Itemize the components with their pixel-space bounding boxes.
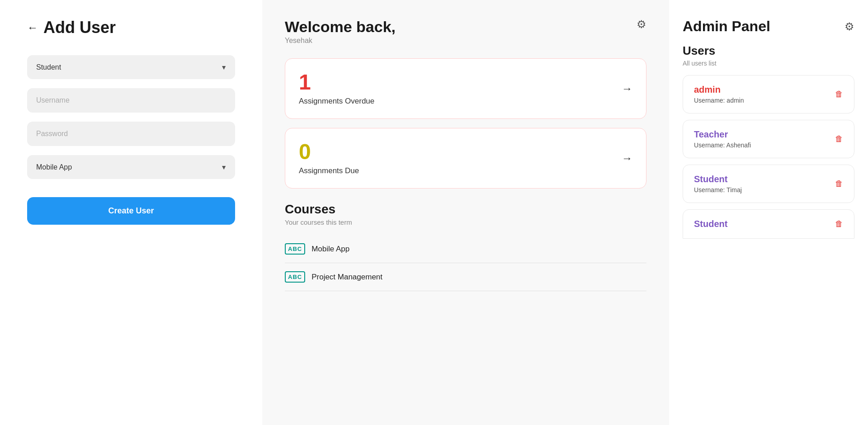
add-user-panel: ← Add User Student Teacher Admin Mobile … [0, 0, 262, 425]
user-info-teacher: Teacher Username: Ashenafi [694, 129, 751, 149]
delete-teacher-button[interactable]: 🗑 [835, 134, 843, 144]
users-section: Users All users list admin Username: adm… [683, 44, 854, 239]
back-header: ← Add User [27, 18, 235, 37]
user-card-teacher: Teacher Username: Ashenafi 🗑 [683, 120, 854, 158]
role-select-wrapper: Student Teacher Admin [27, 55, 235, 79]
delete-admin-button[interactable]: 🗑 [835, 90, 843, 99]
user-name-admin: Username: admin [694, 97, 744, 104]
course-select-wrapper: Mobile App Project Management Other [27, 155, 235, 179]
delete-student1-button[interactable]: 🗑 [835, 179, 843, 189]
due-label: Assignments Due [299, 166, 359, 175]
overdue-card: 1 Assignments Overdue → [285, 58, 646, 119]
due-card: 0 Assignments Due → [285, 128, 646, 189]
overdue-number: 1 [299, 71, 374, 93]
course-item-mobile[interactable]: ABC Mobile App [285, 235, 646, 263]
role-select[interactable]: Student Teacher Admin [27, 55, 235, 79]
create-user-button[interactable]: Create User [27, 197, 235, 225]
courses-section: Courses Your courses this term ABC Mobil… [285, 202, 646, 291]
page-title: Add User [43, 18, 116, 37]
admin-settings-icon[interactable]: ⚙ [844, 20, 854, 33]
admin-header: Admin Panel ⚙ [683, 18, 854, 35]
course-select[interactable]: Mobile App Project Management Other [27, 155, 235, 179]
overdue-arrow[interactable]: → [622, 82, 632, 95]
delete-student2-button[interactable]: 🗑 [835, 219, 843, 229]
course-item-pm[interactable]: ABC Project Management [285, 263, 646, 291]
back-button[interactable]: ← [27, 21, 38, 34]
course-group: Mobile App Project Management Other [27, 155, 235, 179]
dashboard-panel: Welcome back, Yesehak ⚙ 1 Assignments Ov… [262, 0, 669, 425]
username-group [27, 88, 235, 113]
user-info-student2: Student [694, 219, 727, 229]
users-title: Users [683, 44, 854, 58]
due-arrow[interactable]: → [622, 152, 632, 165]
welcome-name: Yesehak [285, 37, 396, 45]
course-name-pm: Project Management [311, 273, 382, 282]
user-role-student2: Student [694, 219, 727, 229]
due-number: 0 [299, 141, 359, 163]
welcome-text: Welcome back, Yesehak [285, 18, 396, 45]
password-group [27, 122, 235, 146]
user-role-student1: Student [694, 174, 742, 184]
admin-title: Admin Panel [683, 18, 770, 35]
user-info-admin: admin Username: admin [694, 85, 744, 104]
user-card-student1: Student Username: Timaj 🗑 [683, 165, 854, 203]
courses-subtitle: Your courses this term [285, 218, 646, 226]
username-input[interactable] [27, 88, 235, 113]
user-name-student1: Username: Timaj [694, 186, 742, 194]
all-users-label: All users list [683, 60, 854, 67]
welcome-line: Welcome back, [285, 18, 396, 36]
admin-panel: Admin Panel ⚙ Users All users list admin… [669, 0, 868, 425]
user-info-student1: Student Username: Timaj [694, 174, 742, 194]
course-icon-mobile: ABC [285, 243, 305, 255]
user-name-teacher: Username: Ashenafi [694, 142, 751, 149]
course-name-mobile: Mobile App [311, 245, 349, 254]
password-input[interactable] [27, 122, 235, 146]
role-group: Student Teacher Admin [27, 55, 235, 79]
course-icon-pm: ABC [285, 271, 305, 283]
courses-title: Courses [285, 202, 646, 217]
user-card-student2: Student 🗑 [683, 209, 854, 239]
overdue-label: Assignments Overdue [299, 97, 374, 106]
dashboard-settings-icon[interactable]: ⚙ [637, 18, 646, 31]
user-card-admin: admin Username: admin 🗑 [683, 75, 854, 113]
due-info: 0 Assignments Due [299, 141, 359, 175]
welcome-header: Welcome back, Yesehak ⚙ [285, 18, 646, 45]
user-role-admin: admin [694, 85, 744, 95]
overdue-info: 1 Assignments Overdue [299, 71, 374, 106]
user-role-teacher: Teacher [694, 129, 751, 140]
